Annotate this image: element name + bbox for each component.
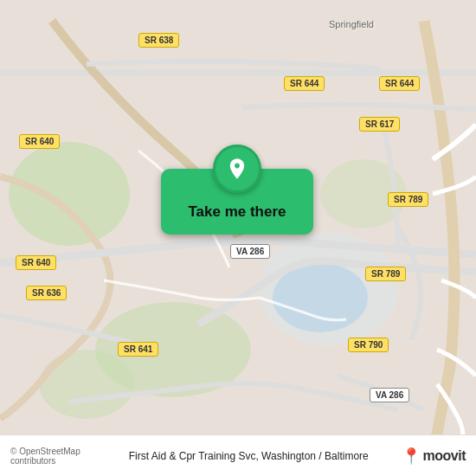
svg-point-3 bbox=[39, 350, 134, 419]
road-badge-va286-bot: VA 286 bbox=[370, 388, 409, 402]
road-badge-sr789-bot: SR 789 bbox=[365, 267, 406, 281]
road-badge-sr640-top: SR 640 bbox=[19, 134, 60, 149]
road-badge-sr789-top: SR 789 bbox=[388, 192, 428, 207]
svg-point-1 bbox=[9, 142, 130, 246]
road-badge-sr636: SR 636 bbox=[26, 286, 67, 300]
pin-svg bbox=[225, 157, 249, 181]
location-pin-icon bbox=[213, 145, 261, 193]
take-me-there-label: Take me there bbox=[161, 193, 313, 229]
take-me-there-button[interactable]: Take me there bbox=[161, 169, 313, 235]
road-badge-sr617: SR 617 bbox=[359, 117, 400, 132]
place-label-springfield: Springfield bbox=[329, 19, 374, 29]
bottom-bar: © OpenStreetMap contributors First Aid &… bbox=[0, 434, 476, 476]
road-badge-va286-mid: VA 286 bbox=[230, 244, 270, 259]
moovit-logo: 📍 moovit bbox=[381, 447, 466, 466]
moovit-brand-text: moovit bbox=[423, 448, 466, 464]
place-name-text: First Aid & Cpr Training Svc, Washington… bbox=[116, 450, 381, 462]
road-badge-sr638: SR 638 bbox=[138, 33, 179, 48]
road-badge-sr644-left: SR 644 bbox=[284, 76, 325, 91]
road-badge-sr790: SR 790 bbox=[348, 338, 389, 352]
road-badge-sr640-mid: SR 640 bbox=[16, 255, 56, 270]
copyright-text: © OpenStreetMap contributors bbox=[10, 447, 116, 466]
road-badge-sr644-right: SR 644 bbox=[379, 76, 420, 91]
map-container: Springfield SR 638 SR 640 SR 640 SR 636 … bbox=[0, 0, 476, 476]
road-badge-sr641: SR 641 bbox=[118, 342, 158, 357]
moovit-pin-icon: 📍 bbox=[402, 447, 421, 466]
